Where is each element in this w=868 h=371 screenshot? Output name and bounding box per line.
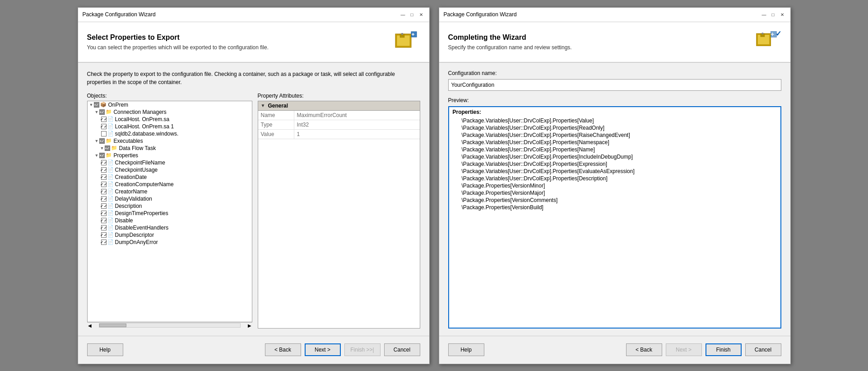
back-button-2[interactable]: < Back — [626, 343, 662, 356]
tree-checkbox[interactable]: ✓ — [101, 182, 107, 187]
tree-checkbox[interactable]: ✓ — [101, 189, 107, 194]
tree-checkbox[interactable]: ✓ — [101, 167, 107, 173]
tree-checkbox[interactable]: ✓ — [101, 232, 107, 238]
tree-checkbox[interactable]: ▪ — [99, 109, 105, 115]
tree-checkbox[interactable]: ▪ — [94, 102, 99, 108]
tree-checkbox[interactable]: ▪ — [99, 138, 105, 144]
tree-checkbox[interactable]: ✓ — [101, 196, 107, 202]
tree-item[interactable]: 📄sqldb2.database.windows. — [88, 130, 252, 137]
tree-checkbox[interactable]: ✓ — [101, 124, 107, 129]
tree-checkbox[interactable]: ✓ — [101, 240, 107, 245]
tree-checkbox[interactable]: ▪ — [99, 153, 105, 158]
minimize-btn-1[interactable]: — — [399, 11, 407, 18]
expand-icon[interactable]: ▼ — [95, 139, 99, 143]
node-icon: 📁 — [106, 152, 112, 158]
help-button-1[interactable]: Help — [87, 343, 123, 356]
tree-item[interactable]: ✓ 📄DumpDescriptor — [88, 231, 252, 239]
prop-table: ▼ General NameMaximumErrorCountTypeInt32… — [258, 101, 420, 329]
tree-item[interactable]: ✓ 📄DelayValidation — [88, 195, 252, 202]
tree-item[interactable]: ✓ 📄Disable — [88, 217, 252, 224]
node-icon: 📄 — [107, 239, 114, 245]
tree-item[interactable]: ✓ 📄CreationComputerName — [88, 181, 252, 188]
prop-name-cell: Value — [258, 130, 294, 139]
tree-item-label: Executables — [113, 138, 143, 144]
cancel-button-2[interactable]: Cancel — [745, 343, 781, 356]
tree-item[interactable]: ✓ 📄CreationDate — [88, 174, 252, 181]
close-btn-1[interactable]: ✕ — [418, 11, 425, 18]
tree-item[interactable]: ✓ 📄DumpOnAnyError — [88, 239, 252, 246]
maximize-btn-1[interactable]: □ — [408, 11, 416, 18]
preview-line: \Package.Properties[VersionBuild] — [453, 204, 777, 211]
tree-checkbox[interactable]: ✓ — [101, 218, 107, 223]
wizard-header-1: Select Properties to Export You can sele… — [78, 22, 429, 63]
tree-item-label: sqldb2.database.windows. — [115, 131, 179, 137]
preview-box[interactable]: Properties: \Package.Variables[User::Drv… — [448, 106, 781, 329]
tree-item[interactable]: ✓ 📄DisableEventHandlers — [88, 224, 252, 231]
scroll-track-x[interactable] — [99, 323, 241, 328]
tree-item[interactable]: ✓ 📄LocalHost. OnPrem.sa 1 — [88, 123, 252, 130]
back-button-1[interactable]: < Back — [265, 343, 301, 356]
node-icon: 📦 — [100, 102, 107, 108]
scroll-left-btn[interactable]: ◀ — [87, 323, 93, 328]
minimize-btn-2[interactable]: — — [761, 11, 768, 18]
dialog1-title: Package Configuration Wizard — [83, 11, 156, 18]
tree-container[interactable]: ▼ ▪ 📦OnPrem▼ ▪ 📁Connection Managers ✓ 📄L… — [87, 101, 252, 322]
tree-item[interactable]: ✓ 📄CheckpointUsage — [88, 166, 252, 174]
node-icon: 📁 — [106, 138, 112, 144]
expand-icon[interactable]: ▼ — [89, 103, 93, 107]
next-button-1[interactable]: Next > — [305, 343, 341, 356]
tree-item[interactable]: ▼ ▪ 📁Connection Managers — [88, 108, 252, 116]
objects-label: Objects: — [87, 93, 252, 99]
tree-checkbox[interactable]: ▪ — [105, 146, 110, 151]
property-panel: Property Attributes: ▼ General NameMaxim… — [258, 93, 420, 329]
tree-checkbox[interactable]: ✓ — [101, 211, 107, 216]
tree-item[interactable]: ▼ ▪ 📁Properties — [88, 152, 252, 159]
preview-container: Properties: \Package.Variables[User::Drv… — [448, 106, 781, 329]
general-section-label: General — [268, 103, 288, 109]
help-button-2[interactable]: Help — [448, 343, 484, 356]
tree-checkbox[interactable]: ✓ — [101, 203, 107, 209]
expand-icon[interactable]: ▼ — [100, 146, 104, 150]
tree-checkbox[interactable]: ✓ — [101, 117, 107, 122]
tree-item-label: CheckpointUsage — [115, 167, 158, 173]
collapse-general-btn[interactable]: ▼ — [261, 103, 265, 108]
prop-table-header: ▼ General — [258, 101, 420, 111]
node-icon: 📄 — [107, 203, 114, 209]
node-icon: 📄 — [107, 167, 114, 173]
cancel-button-1[interactable]: Cancel — [384, 343, 420, 356]
tree-item[interactable]: ▼ ▪ 📦OnPrem — [88, 101, 252, 108]
tree-checkbox[interactable] — [101, 131, 107, 136]
tree-item[interactable]: ✓ 📄LocalHost. OnPrem.sa — [88, 116, 252, 123]
wizard-footer-2: Help < Back Next > Finish Cancel — [439, 336, 790, 364]
tree-item[interactable]: ▼ ▪ 📁Data Flow Task — [88, 145, 252, 152]
scroll-x[interactable]: ◀ ▶ — [87, 322, 252, 329]
scroll-thumb-x[interactable] — [99, 324, 126, 327]
prop-row: Value1 — [258, 130, 420, 139]
header-subtitle-2: Specify the configuration name and revie… — [448, 44, 572, 51]
maximize-btn-2[interactable]: □ — [770, 11, 777, 18]
node-icon: 📄 — [107, 210, 114, 216]
svg-rect-10 — [761, 33, 763, 34]
expand-icon[interactable]: ▼ — [95, 110, 99, 114]
tree-item[interactable]: ✓ 📄CreatorName — [88, 188, 252, 195]
tree-item[interactable]: ▼ ▪ 📁Executables — [88, 137, 252, 145]
tree-item-label: Disable — [115, 217, 133, 224]
tree-checkbox[interactable]: ✓ — [101, 225, 107, 230]
scroll-right-btn[interactable]: ▶ — [247, 323, 252, 328]
close-btn-2[interactable]: ✕ — [779, 11, 786, 18]
header-icon-2: ✓ — [754, 29, 781, 54]
finish-button-2[interactable]: Finish — [706, 343, 742, 356]
config-name-input[interactable] — [448, 79, 781, 91]
header-subtitle-1: You can select the properties which will… — [87, 44, 269, 51]
preview-line: \Package.Variables[User::DrvColExp].Prop… — [453, 175, 777, 182]
checkmark-icon: ✓ — [775, 29, 781, 38]
preview-line: \Package.Variables[User::DrvColExp].Prop… — [453, 117, 777, 124]
tree-item-label: CreationDate — [115, 174, 147, 180]
tree-checkbox[interactable]: ✓ — [101, 160, 107, 165]
node-icon: 📄 — [107, 131, 114, 136]
expand-icon[interactable]: ▼ — [95, 153, 99, 158]
tree-item[interactable]: ✓ 📄CheckpointFileName — [88, 159, 252, 166]
tree-item[interactable]: ✓ 📄Description — [88, 202, 252, 210]
tree-checkbox[interactable]: ✓ — [101, 174, 107, 180]
tree-item[interactable]: ✓ 📄DesignTimeProperties — [88, 210, 252, 217]
